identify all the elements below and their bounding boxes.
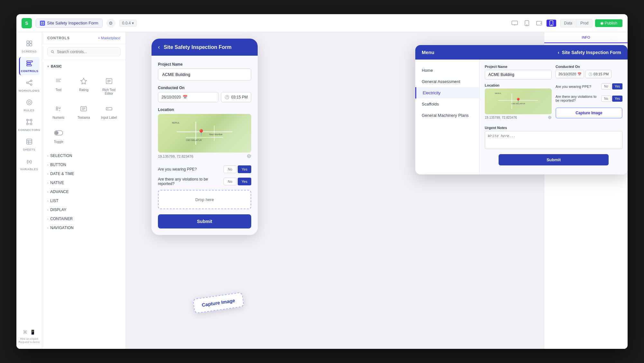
submit-button[interactable]: Submit	[158, 214, 251, 228]
tablet-icon[interactable]	[522, 20, 532, 27]
section-native[interactable]: › NATIVE	[42, 178, 125, 187]
data-prod-switcher: Data Prod	[560, 19, 593, 27]
back-button[interactable]: ‹	[158, 44, 160, 51]
publish-button[interactable]: ◉ Publish	[595, 19, 622, 27]
phone-mockup: ‹ Site Safety Inspection Form Project Na…	[152, 39, 258, 235]
svg-point-29	[26, 123, 28, 125]
marketplace-link[interactable]: + Marketplace	[98, 36, 120, 40]
svg-rect-1	[43, 22, 44, 23]
bp-conducted-group: Conducted On 26/10/2020 📅 🕐 03:15 PM	[556, 65, 622, 79]
conducted-on-group: Conducted On 26/10/2020 📅 🕐 03:15 PM	[158, 86, 251, 102]
nav-home[interactable]: Home	[415, 65, 479, 76]
sidebar-item-controls[interactable]: CONTROLS	[19, 57, 40, 75]
bottom-icons: ⌘ 📱	[23, 330, 35, 335]
svg-point-25	[27, 100, 32, 105]
bp-location-row: Location NERUL CBD BELAPUR 📍 19.135799	[485, 83, 622, 122]
form-tab[interactable]: Site Safety Inspection Form	[36, 19, 103, 28]
svg-point-66	[247, 154, 251, 158]
ppe-yes-button[interactable]: Yes	[238, 165, 251, 173]
section-button[interactable]: › BUTTON	[42, 160, 125, 169]
sidebar-item-variables[interactable]: {x} VARIABLES	[19, 155, 40, 173]
sidebar-item-connectors[interactable]: CONNECTORS	[19, 116, 40, 134]
bp-date-field[interactable]: 26/10/2020 📅	[556, 70, 584, 78]
section-container[interactable]: › CONTAINER	[42, 214, 125, 223]
search-input[interactable]	[57, 50, 117, 54]
capture-image-card[interactable]: Capture Image	[193, 292, 244, 313]
control-textarea[interactable]: Textarea	[72, 100, 95, 122]
bp-violations-no[interactable]: No	[601, 96, 611, 102]
version-badge[interactable]: 0.0.4 ▾	[119, 20, 137, 27]
desktop-icon[interactable]	[510, 20, 520, 27]
big-back-arrow[interactable]: ‹	[558, 50, 559, 55]
bp-submit-button[interactable]: Submit	[499, 154, 609, 165]
form-header: ‹ Site Safety Inspection Form	[152, 39, 258, 56]
settings-icon[interactable]: ⚙	[106, 19, 115, 28]
drop-here-label: Drop here	[195, 197, 214, 202]
control-input-label[interactable]: Input Label	[98, 100, 120, 122]
screens-icon	[26, 40, 33, 49]
sidebar-item-screens[interactable]: SCREENS	[19, 37, 40, 56]
section-date-time[interactable]: › DATE & TIME	[42, 169, 125, 178]
nav-machinery[interactable]: General Machinery Plans	[415, 110, 479, 121]
bp-capture-button[interactable]: Capture Image	[556, 107, 622, 118]
ppe-no-button[interactable]: No	[224, 165, 236, 173]
section-list[interactable]: › LIST	[42, 196, 125, 205]
bp-ppe-yes[interactable]: Yes	[612, 83, 622, 89]
logo-text: S	[25, 21, 28, 26]
big-preview-header: Menu ‹ Site Safety Inspection Form	[415, 45, 628, 60]
sidebar-item-workflows[interactable]: WORKFLOWS	[19, 77, 40, 95]
control-rich-text[interactable]: Rich Text Editor	[98, 73, 120, 98]
time-value: 03:15 PM	[231, 95, 248, 99]
textarea-label: Textarea	[78, 116, 90, 119]
rich-text-control-icon	[103, 75, 115, 87]
ppe-row: Are you wearing PPE? No Yes	[158, 165, 251, 173]
section-navigation[interactable]: › NAVIGATION	[42, 223, 125, 232]
control-rating[interactable]: Rating	[72, 73, 95, 98]
tablet-landscape-icon[interactable]	[534, 20, 544, 27]
mobile-icon[interactable]: 📱	[30, 330, 35, 335]
prod-button[interactable]: Prod	[576, 19, 593, 27]
phone-icon[interactable]	[547, 20, 556, 27]
bp-project-input[interactable]	[485, 70, 552, 79]
bp-time-field[interactable]: 🕐 03:15 PM	[585, 70, 612, 78]
time-field[interactable]: 🕐 03:15 PM	[221, 92, 251, 102]
nav-electricity[interactable]: Electricity	[415, 87, 479, 98]
info-tab[interactable]: INFO	[544, 32, 628, 43]
hire-expert[interactable]: Hire an expert Request a demo	[18, 337, 40, 344]
bp-date-row: 26/10/2020 📅 🕐 03:15 PM	[556, 70, 622, 78]
rich-text-label: Rich Text Editor	[99, 88, 119, 95]
device-switcher	[510, 20, 556, 27]
section-advance[interactable]: › ADVANCE	[42, 187, 125, 196]
command-icon[interactable]: ⌘	[23, 330, 27, 335]
project-name-input[interactable]	[158, 69, 251, 80]
violations-yes-button[interactable]: Yes	[238, 178, 251, 185]
bp-ppe-buttons: No Yes	[601, 83, 622, 89]
svg-line-24	[28, 83, 30, 85]
form-body: Project Name Conducted On 26/10/2020 📅 🕐	[152, 56, 258, 235]
sidebar-item-sheets[interactable]: SHEETS	[19, 135, 40, 154]
nav-scaffolds[interactable]: Scaffolds	[415, 98, 479, 110]
big-form-title-text: Site Safety Inspection Form	[562, 50, 621, 55]
nav-general[interactable]: General Assessment	[415, 76, 479, 87]
bp-violations-yes[interactable]: Yes	[612, 96, 622, 102]
data-button[interactable]: Data	[560, 19, 576, 27]
section-selection[interactable]: › SELECTION	[42, 151, 125, 160]
app-logo[interactable]: S	[22, 18, 32, 28]
text-control-icon	[53, 75, 64, 87]
control-text[interactable]: Text	[47, 73, 70, 98]
bp-urgent-textarea[interactable]	[485, 131, 622, 149]
control-numeric[interactable]: Numeric	[47, 100, 70, 122]
bp-project-group: Project Name	[485, 65, 552, 79]
violations-no-button[interactable]: No	[224, 178, 236, 185]
capture-image-area[interactable]: Drop here	[158, 190, 251, 209]
basic-toggle[interactable]: ▾ BASIC	[47, 62, 120, 70]
big-preview-panel: Menu ‹ Site Safety Inspection Form Home …	[415, 45, 628, 174]
section-display[interactable]: › DISPLAY	[42, 205, 125, 214]
bp-ppe-no[interactable]: No	[601, 83, 611, 89]
input-label-label: Input Label	[101, 116, 117, 119]
control-toggle[interactable]: Toggle	[47, 125, 70, 146]
textarea-control-icon	[78, 103, 89, 115]
sidebar-item-rules[interactable]: RULES	[19, 96, 40, 115]
canvas-area: ‹ Site Safety Inspection Form Project Na…	[126, 32, 628, 349]
date-field[interactable]: 26/10/2020 📅	[158, 92, 218, 102]
